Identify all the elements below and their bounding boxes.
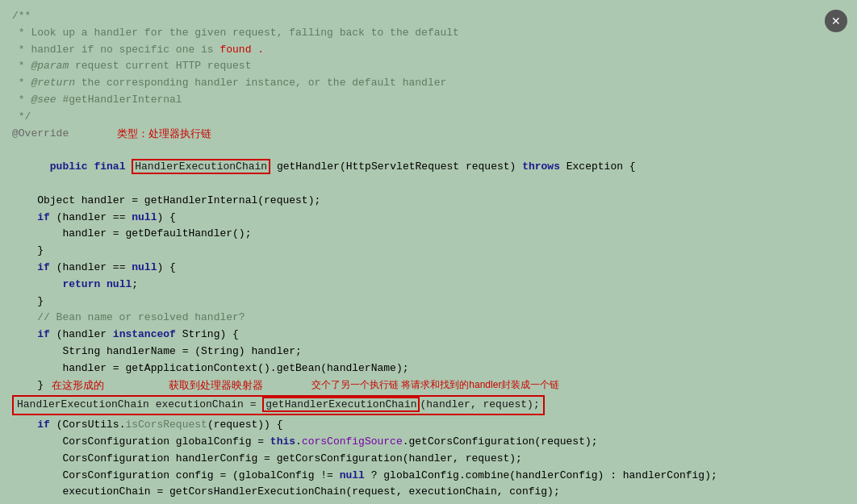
code-line-brace: } bbox=[12, 377, 44, 394]
cn-bean-label: 在这形成的 bbox=[52, 377, 104, 394]
code-line-override: @Override bbox=[12, 126, 69, 143]
code-line: * handler if no specific one is found . bbox=[12, 42, 845, 59]
code-line: * @param request current HTTP request bbox=[12, 58, 845, 75]
code-line-public: public final HandlerExecutionChain getHa… bbox=[12, 142, 845, 192]
code-line: Object handler = getHandlerInternal(requ… bbox=[12, 193, 845, 210]
code-line: if (handler == null) { bbox=[12, 260, 845, 277]
code-line: } bbox=[12, 501, 845, 504]
code-line: CorsConfiguration globalConfig = this.co… bbox=[12, 434, 845, 451]
cn-chain-label: 交个了另一个执行链 将请求和找到的handler封装成一个链 bbox=[311, 377, 559, 393]
code-line: CorsConfiguration config = (globalConfig… bbox=[12, 468, 845, 485]
code-line: if (handler instanceof String) { bbox=[12, 327, 845, 344]
code-line: * @return the corresponding handler inst… bbox=[12, 75, 845, 92]
code-line: handler = getDefaultHandler(); bbox=[12, 226, 845, 243]
execution-chain-line: HandlerExecutionChain executionChain = g… bbox=[12, 395, 545, 415]
code-line: handler = getApplicationContext().getBea… bbox=[12, 360, 845, 377]
code-line: /** bbox=[12, 8, 845, 25]
code-line: CorsConfiguration handlerConfig = getCor… bbox=[12, 451, 845, 468]
code-line: return null; bbox=[12, 277, 845, 294]
code-line: String handlerName = (String) handler; bbox=[12, 344, 845, 360]
code-line: } bbox=[12, 294, 845, 310]
code-line: * @see #getHandlerInternal bbox=[12, 92, 845, 109]
code-line: * Look up a handler for the given reques… bbox=[12, 25, 845, 42]
code-line: // Bean name or resolved handler? bbox=[12, 310, 845, 327]
cn-mapper-label: 获取到处理器映射器 bbox=[169, 377, 263, 394]
code-container: ✕ /** * Look up a handler for the given … bbox=[0, 0, 857, 504]
code-line: if (CorsUtils.isCorsRequest(request)) { bbox=[12, 417, 845, 434]
code-line: executionChain = getCorsHandlerExecution… bbox=[12, 484, 845, 501]
code-line: if (handler == null) { bbox=[12, 210, 845, 227]
close-button[interactable]: ✕ bbox=[825, 10, 847, 32]
cn-type-label: 类型：处理器执行链 bbox=[117, 126, 211, 143]
code-line: } bbox=[12, 243, 845, 260]
close-icon: ✕ bbox=[831, 15, 841, 27]
code-line: */ bbox=[12, 109, 845, 126]
